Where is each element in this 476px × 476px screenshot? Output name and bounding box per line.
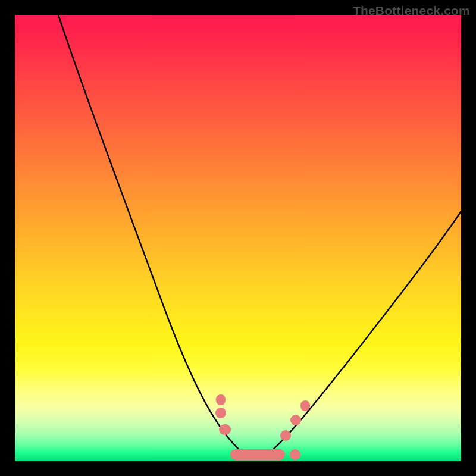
marker-dot (290, 415, 301, 425)
marker-pill (230, 449, 285, 460)
watermark-text: TheBottleneck.com (353, 4, 470, 18)
marker-dot (219, 424, 231, 435)
marker-pill (290, 449, 300, 460)
marker-dot (300, 400, 310, 411)
chart-frame: TheBottleneck.com (0, 0, 476, 476)
marker-dot (215, 408, 226, 418)
marker-dot (216, 394, 226, 405)
curve-layer (15, 15, 461, 461)
marker-dot (280, 430, 291, 441)
plot-area (15, 15, 461, 461)
curve-left (58, 15, 244, 454)
